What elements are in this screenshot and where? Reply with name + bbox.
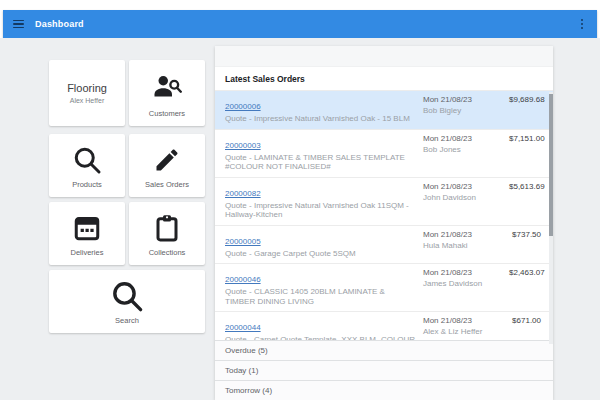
menu-icon[interactable] [13,18,24,30]
content-area: Flooring Alex Heffer Customers Products [0,38,600,400]
order-description: Quote - Impressive Natural Varnished Oak… [225,114,417,124]
order-number-link[interactable]: 20000082 [225,189,261,199]
order-date: Mon 21/08/23 [423,316,509,326]
tile-label: Products [72,180,102,189]
tile-sales-orders[interactable]: Sales Orders [129,134,205,197]
panel-top-spacer [215,46,553,67]
order-amount: $737.50 [509,230,545,240]
order-number-link[interactable]: 20000005 [225,237,261,247]
order-number-link[interactable]: 20000046 [225,275,261,285]
tile-label: Search [115,316,139,325]
order-amount: $9,689.68 [509,95,549,105]
order-date: Mon 21/08/23 [423,268,509,278]
tile-customers[interactable]: Customers [129,60,205,126]
order-description: Quote - Impressive Natural Varnished Oak… [225,201,417,220]
order-groups: Overdue (5)Today (1)Tomorrow (4) [215,340,553,400]
order-customer: Hula Mahaki [423,241,509,251]
order-customer: Bob Bigley [423,106,509,116]
order-customer: Bob Jones [423,145,509,155]
order-number-link[interactable]: 20000006 [225,102,261,112]
tile-products[interactable]: Products [49,134,125,197]
sales-order-row[interactable]: 20000082 Quote - Impressive Natural Varn… [215,178,553,226]
sales-order-row[interactable]: 20000003 Quote - LAMINATE & TIMBER SALES… [215,130,553,178]
order-group-header[interactable]: Tomorrow (4) [215,380,553,400]
order-amount: $7,151.00 [509,134,549,144]
orders-list: 20000006 Quote - Impressive Natural Varn… [215,91,553,340]
order-number-link[interactable]: 20000003 [225,141,261,151]
order-amount: $671.00 [509,316,545,326]
app-bar: Dashboard [3,10,597,38]
sales-orders-panel: Latest Sales Orders 20000006 Quote - Imp… [215,46,553,400]
tile-collections[interactable]: Collections [129,202,205,265]
order-customer: Alex & Liz Heffer [423,327,509,337]
user-name: Alex Heffer [70,97,105,104]
scrollbar-thumb[interactable] [549,94,553,236]
overflow-menu-icon[interactable] [581,18,583,31]
calendar-icon [72,213,102,243]
person-search-icon [152,72,182,102]
company-name: Flooring [67,82,107,94]
order-description: Quote - CLASSIC 1405 20BLM LAMINATE & TI… [225,287,417,306]
sales-order-row[interactable]: 20000005 Quote - Garage Carpet Quote 5SQ… [215,226,553,265]
order-date: Mon 21/08/23 [423,134,509,144]
order-customer: John Davidson [423,193,509,203]
sales-order-row[interactable]: 20000006 Quote - Impressive Natural Varn… [215,91,553,130]
tile-label: Deliveries [71,248,104,257]
search-icon [72,145,102,175]
page-title: Dashboard [35,19,84,29]
tile-deliveries[interactable]: Deliveries [49,202,125,265]
tile-search[interactable]: Search [49,270,205,333]
order-group-header[interactable]: Overdue (5) [215,340,553,360]
tile-label: Customers [149,109,185,118]
order-amount: $5,613.69 [509,182,549,192]
search-icon [110,279,144,313]
pencil-icon [153,146,181,174]
sales-order-row[interactable]: 20000044 Quote - Carpet Quote Template- … [215,312,553,340]
order-description: Quote - LAMINATE & TIMBER SALES TEMPLATE… [225,153,417,172]
tile-label: Collections [149,248,186,257]
tile-label: Sales Orders [145,180,189,189]
order-amount: $2,463.07 [509,268,549,278]
order-date: Mon 21/08/23 [423,182,509,192]
sales-order-row[interactable]: 20000046 Quote - CLASSIC 1405 20BLM LAMI… [215,264,553,312]
clipboard-icon [152,213,182,243]
order-group-header[interactable]: Today (1) [215,360,553,380]
order-description: Quote - Garage Carpet Quote 5SQM [225,249,417,259]
panel-title: Latest Sales Orders [215,67,553,91]
order-date: Mon 21/08/23 [423,95,509,105]
tile-account[interactable]: Flooring Alex Heffer [49,60,125,126]
order-customer: James Davidson [423,279,509,289]
order-number-link[interactable]: 20000044 [225,323,261,333]
order-date: Mon 21/08/23 [423,230,509,240]
